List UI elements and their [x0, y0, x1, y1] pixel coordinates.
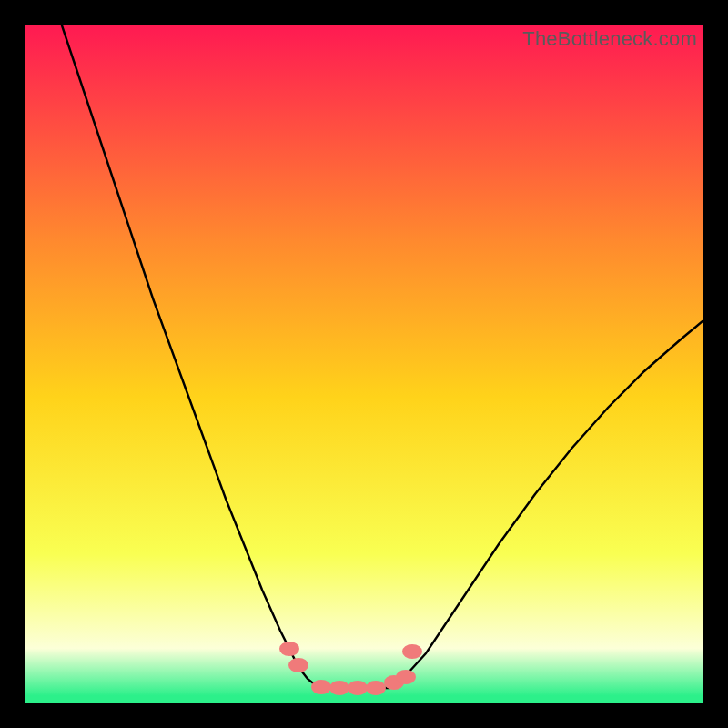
left-curve — [62, 25, 326, 688]
marker-point — [396, 670, 416, 684]
marker-point — [366, 681, 386, 695]
chart-curves — [25, 25, 703, 703]
marker-point — [279, 642, 299, 656]
highlight-markers — [279, 642, 422, 695]
marker-point — [329, 681, 349, 695]
marker-point — [288, 658, 308, 672]
chart-frame: TheBottleneck.com — [0, 0, 728, 728]
watermark-text: TheBottleneck.com — [522, 27, 697, 51]
marker-point — [348, 681, 368, 695]
marker-point — [402, 644, 422, 659]
marker-point — [311, 680, 331, 694]
plot-area — [25, 25, 703, 703]
right-curve — [389, 321, 703, 688]
